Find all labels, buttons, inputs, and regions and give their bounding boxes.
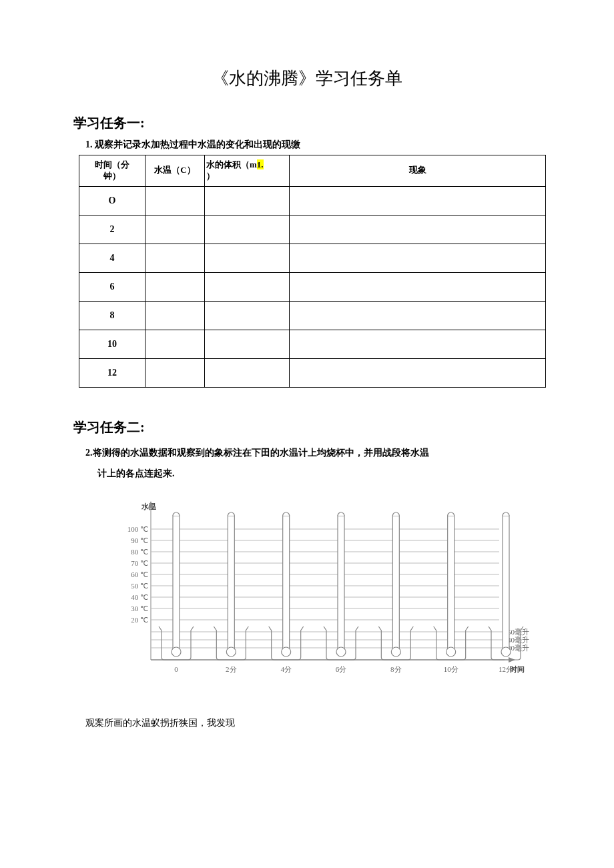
svg-point-44 [391, 647, 400, 657]
svg-point-41 [336, 647, 346, 657]
svg-text:40 ℃: 40 ℃ [131, 593, 148, 601]
svg-point-35 [226, 647, 236, 657]
svg-rect-40 [338, 516, 344, 649]
cell-empty[interactable] [145, 186, 205, 215]
svg-text:0: 0 [174, 665, 178, 673]
task1-text: 观察并记录水加热过程中水温的变化和出现的现缴 [95, 139, 300, 149]
svg-point-50 [501, 647, 511, 657]
section1-heading: 学习任务一: [73, 114, 541, 132]
th-temp: 水温（C） [145, 155, 205, 187]
thermometer-chart: 水温100 ℃90 ℃80 ℃70 ℃60 ℃50 ℃40 ℃30 ℃20 ℃5… [99, 497, 541, 697]
svg-text:90 ℃: 90 ℃ [131, 536, 148, 544]
cell-empty[interactable] [290, 358, 546, 387]
table-row: 4 [79, 244, 546, 272]
cell-time: 8 [79, 301, 145, 330]
svg-text:80 ℃: 80 ℃ [131, 548, 148, 556]
svg-point-47 [446, 647, 456, 657]
task1-number: 1. [85, 139, 93, 149]
cell-time: 10 [79, 330, 145, 358]
cell-empty[interactable] [205, 272, 290, 301]
svg-rect-43 [392, 516, 399, 649]
svg-text:6分: 6分 [336, 665, 347, 673]
svg-text:20 ℃: 20 ℃ [131, 616, 148, 624]
svg-text:10分: 10分 [444, 665, 458, 673]
table-row: 10 [79, 330, 546, 358]
svg-text:50 ℃: 50 ℃ [131, 582, 148, 590]
cell-empty[interactable] [205, 186, 290, 215]
table-row: 6 [79, 272, 546, 301]
observation-note: 观案所画的水温蚁拐折狭国，我发现 [85, 717, 541, 729]
cell-empty[interactable] [145, 272, 205, 301]
svg-point-38 [282, 647, 291, 657]
section2-heading: 学习任务二: [73, 418, 541, 436]
cell-empty[interactable] [290, 215, 546, 244]
task2-number: 2. [85, 448, 93, 458]
svg-text:50毫升: 50毫升 [507, 628, 529, 636]
svg-text:60 ℃: 60 ℃ [131, 570, 148, 578]
svg-text:4分: 4分 [280, 665, 292, 673]
svg-text:水温: 水温 [141, 502, 156, 510]
cell-time: 12 [79, 358, 145, 387]
svg-rect-34 [228, 516, 234, 649]
cell-empty[interactable] [290, 301, 546, 330]
svg-rect-46 [448, 516, 454, 649]
table-row: 8 [79, 301, 546, 330]
th-phenom: 现象 [290, 155, 546, 187]
svg-text:40毫升: 40毫升 [507, 636, 529, 644]
page-title: 《水的沸腾》学习任务单 [73, 67, 541, 90]
table-header-row: 时间（分钟） 水温（C） 水的体积（m1.） 现象 [79, 155, 546, 187]
svg-rect-31 [173, 516, 180, 649]
cell-empty[interactable] [205, 301, 290, 330]
cell-time: 4 [79, 244, 145, 272]
cell-time: 2 [79, 215, 145, 244]
cell-empty[interactable] [145, 330, 205, 358]
svg-text:30 ℃: 30 ℃ [131, 604, 148, 612]
cell-empty[interactable] [205, 244, 290, 272]
svg-point-32 [172, 647, 181, 657]
cell-empty[interactable] [290, 244, 546, 272]
cell-empty[interactable] [145, 244, 205, 272]
svg-rect-37 [283, 516, 290, 649]
cell-empty[interactable] [205, 330, 290, 358]
cell-empty[interactable] [290, 330, 546, 358]
cell-empty[interactable] [145, 215, 205, 244]
task1-instruction: 1. 观察并记录水加热过程中水温的变化和出现的现缴 [85, 139, 541, 151]
svg-text:70 ℃: 70 ℃ [131, 559, 148, 567]
table-row: 2 [79, 215, 546, 244]
svg-text:12分: 12分 [499, 665, 513, 673]
svg-text:8分: 8分 [390, 665, 402, 673]
table-row: O [79, 186, 546, 215]
cell-empty[interactable] [205, 358, 290, 387]
svg-rect-49 [503, 516, 509, 649]
svg-text:2分: 2分 [226, 665, 237, 673]
th-time: 时间（分钟） [79, 155, 145, 187]
cell-empty[interactable] [205, 215, 290, 244]
table-row: 12 [79, 358, 546, 387]
cell-empty[interactable] [290, 186, 546, 215]
cell-empty[interactable] [145, 301, 205, 330]
task2-instruction: 2.将测得的水温数据和观察到的象标注在下田的水温计上均烧杯中，并用战段将水温 计… [85, 443, 541, 484]
cell-empty[interactable] [145, 358, 205, 387]
observation-table: 时间（分钟） 水温（C） 水的体积（m1.） 现象 O24681012 [79, 155, 546, 388]
cell-time: 6 [79, 272, 145, 301]
th-volume: 水的体积（m1.） [205, 155, 290, 187]
svg-text:100 ℃: 100 ℃ [127, 525, 148, 533]
cell-empty[interactable] [290, 272, 546, 301]
cell-time: O [79, 186, 145, 215]
